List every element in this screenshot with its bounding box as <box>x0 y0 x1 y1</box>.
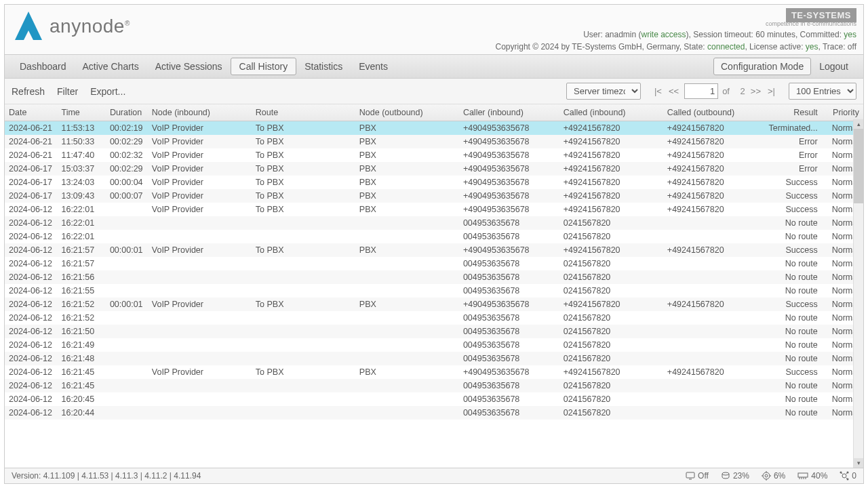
memory-icon <box>797 472 808 480</box>
col-caller-inbound[interactable]: Caller (inbound) <box>459 104 559 121</box>
col-called-outbound[interactable]: Called (outbound) <box>663 104 764 121</box>
cell-r <box>252 352 355 365</box>
version-text: Version: 4.11.109 | 4.11.53 | 4.11.3 | 4… <box>12 471 201 481</box>
nav-statistics[interactable]: Statistics <box>296 58 351 75</box>
table-row[interactable]: 2024-06-1715:03:3700:02:29VoIP ProviderT… <box>5 162 863 176</box>
table-row[interactable]: 2024-06-1216:20:440049536356780241567820… <box>5 406 863 420</box>
col-node-outbound[interactable]: Node (outbound) <box>355 104 459 121</box>
timezone-select[interactable]: Server timezone <box>566 83 641 100</box>
scroll-down-icon[interactable]: ▾ <box>854 458 863 468</box>
cell-out <box>355 338 459 352</box>
table-row[interactable]: 2024-06-1216:22:010049536356780241567820… <box>5 216 863 230</box>
page-input[interactable] <box>684 83 718 99</box>
table-row[interactable]: 2024-06-1216:21:450049536356780241567820… <box>5 379 863 392</box>
cell-d: 2024-06-17 <box>5 176 57 189</box>
cell-d: 2024-06-12 <box>5 270 57 284</box>
table-row[interactable]: 2024-06-1216:21:570049536356780241567820… <box>5 257 863 270</box>
cell-in <box>148 257 252 270</box>
col-called-inbound[interactable]: Called (inbound) <box>559 104 663 121</box>
scroll-thumb[interactable] <box>854 129 863 203</box>
cell-dur: 00:00:04 <box>106 176 148 189</box>
svg-point-14 <box>842 474 846 478</box>
table-row[interactable]: 2024-06-2111:53:1300:02:19VoIP ProviderT… <box>5 121 863 136</box>
svg-rect-9 <box>798 473 808 477</box>
cell-co <box>663 406 764 420</box>
nav-call-history[interactable]: Call History <box>231 58 297 75</box>
cell-cd: +49241567820 <box>559 243 663 257</box>
pager-prev[interactable]: << <box>667 86 680 96</box>
table-row[interactable]: 2024-06-1216:21:500049536356780241567820… <box>5 325 863 338</box>
entries-select[interactable]: 100 Entries <box>789 83 856 100</box>
cell-dur <box>106 392 148 406</box>
cell-d: 2024-06-12 <box>5 379 57 392</box>
table-row[interactable]: 2024-06-1216:22:010049536356780241567820… <box>5 230 863 243</box>
col-time[interactable]: Time <box>57 104 105 121</box>
table-row[interactable]: 2024-06-1216:21:5200:00:01VoIP ProviderT… <box>5 298 863 311</box>
col-route[interactable]: Route <box>252 104 355 121</box>
export-link[interactable]: Export... <box>90 86 125 97</box>
table-row[interactable]: 2024-06-1216:22:01VoIP ProviderTo PBXPBX… <box>5 203 863 216</box>
cell-co <box>663 392 764 406</box>
nav-dashboard[interactable]: Dashboard <box>12 58 75 75</box>
cell-in <box>148 325 252 338</box>
configuration-mode-button[interactable]: Configuration Mode <box>713 58 811 75</box>
cell-co: +49241567820 <box>663 365 764 379</box>
pager-next[interactable]: >> <box>749 86 762 96</box>
status-off: Off <box>686 471 709 481</box>
cell-in: VoIP Provider <box>148 298 252 311</box>
col-priority[interactable]: Priority <box>822 104 863 121</box>
table-row[interactable]: 2024-06-1216:21:490049536356780241567820… <box>5 338 863 352</box>
table-row[interactable]: 2024-06-1216:20:450049536356780241567820… <box>5 392 863 406</box>
cell-r <box>252 230 355 243</box>
cell-dur <box>106 311 148 325</box>
cell-d: 2024-06-12 <box>5 216 57 230</box>
pager-last[interactable]: >| <box>766 86 776 96</box>
table-row[interactable]: 2024-06-2111:50:3300:02:29VoIP ProviderT… <box>5 135 863 148</box>
table-row[interactable]: 2024-06-1216:21:520049536356780241567820… <box>5 311 863 325</box>
cell-res: No route <box>764 270 822 284</box>
col-duration[interactable]: Duration <box>106 104 148 121</box>
cell-in: VoIP Provider <box>148 176 252 189</box>
table-row[interactable]: 2024-06-1216:21:5700:00:01VoIP ProviderT… <box>5 243 863 257</box>
table-row[interactable]: 2024-06-1216:21:480049536356780241567820… <box>5 352 863 365</box>
cell-cd: 0241567820 <box>559 216 663 230</box>
table-row[interactable]: 2024-06-1713:09:4300:00:07VoIP ProviderT… <box>5 189 863 203</box>
logout-link[interactable]: Logout <box>811 58 856 75</box>
table-row[interactable]: 2024-06-2111:47:4000:02:32VoIP ProviderT… <box>5 148 863 162</box>
cell-res: No route <box>764 216 822 230</box>
cell-out <box>355 216 459 230</box>
table-row[interactable]: 2024-06-1713:24:0300:00:04VoIP ProviderT… <box>5 176 863 189</box>
nav-active-charts[interactable]: Active Charts <box>75 58 147 75</box>
pager-first[interactable]: |< <box>653 86 663 96</box>
cell-ci: +4904953635678 <box>459 189 559 203</box>
cell-t: 16:20:44 <box>57 406 105 420</box>
cell-ci: 004953635678 <box>459 216 559 230</box>
svg-point-3 <box>763 472 770 479</box>
refresh-link[interactable]: Refresh <box>12 86 45 97</box>
cell-cd: +49241567820 <box>559 148 663 162</box>
cell-out <box>355 392 459 406</box>
scroll-up-icon[interactable]: ▴ <box>854 119 863 129</box>
col-date[interactable]: Date <box>5 104 57 121</box>
cell-t: 16:21:57 <box>57 257 105 270</box>
cell-r <box>252 270 355 284</box>
brand-name: anynode® <box>50 16 130 37</box>
table-row[interactable]: 2024-06-1216:21:560049536356780241567820… <box>5 270 863 284</box>
table-scrollbar[interactable]: ▴ ▾ <box>853 119 863 468</box>
cell-res: No route <box>764 352 822 365</box>
cell-ci: 004953635678 <box>459 257 559 270</box>
filter-link[interactable]: Filter <box>57 86 78 97</box>
table-row[interactable]: 2024-06-1216:21:550049536356780241567820… <box>5 284 863 298</box>
cell-res: Success <box>764 365 822 379</box>
cell-out <box>355 325 459 338</box>
pager: |< << of 2 >> >| <box>653 83 776 99</box>
col-result[interactable]: Result <box>764 104 822 121</box>
table-row[interactable]: 2024-06-1216:21:45VoIP ProviderTo PBXPBX… <box>5 365 863 379</box>
cell-res: Terminated... <box>764 121 822 136</box>
nav-events[interactable]: Events <box>351 58 396 75</box>
col-node-inbound[interactable]: Node (inbound) <box>148 104 252 121</box>
status-memory: 40% <box>797 471 827 481</box>
cell-d: 2024-06-12 <box>5 365 57 379</box>
nav-active-sessions[interactable]: Active Sessions <box>147 58 231 75</box>
cell-d: 2024-06-21 <box>5 148 57 162</box>
